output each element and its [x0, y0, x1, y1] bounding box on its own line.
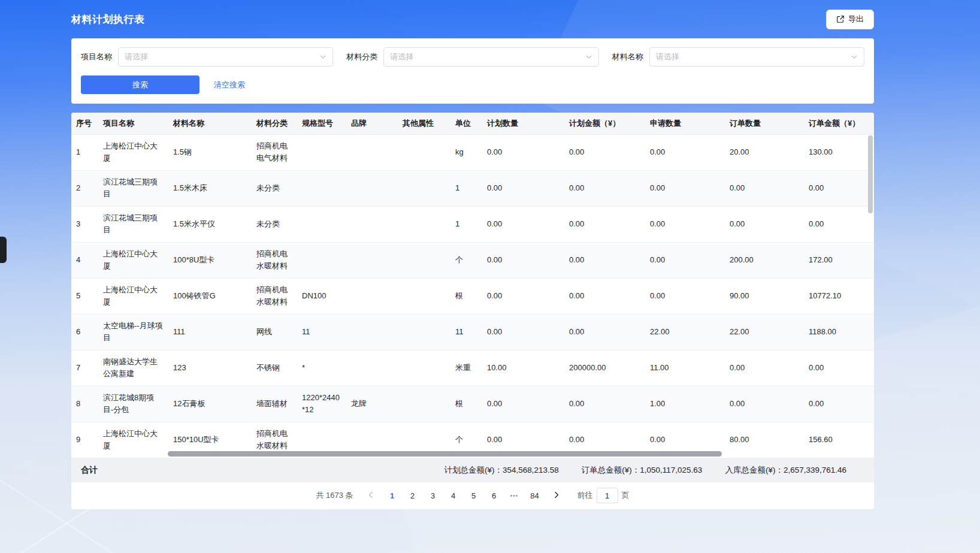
table-cell: 根 — [450, 278, 482, 314]
table-cell: 0.00 — [725, 170, 804, 206]
inbound-total-amount: 入库总金额(¥)：2,657,339,761.46 — [725, 465, 846, 476]
table-cell: 0.00 — [564, 314, 645, 350]
table-cell: kg — [450, 134, 482, 170]
table-cell: 0.00 — [804, 350, 874, 386]
table-cell: 个 — [450, 242, 482, 278]
table-cell: 11 — [297, 314, 346, 350]
table-cell: 0.00 — [804, 206, 874, 242]
table-cell: 0.00 — [804, 386, 874, 422]
table-cell: 南钢盛达大学生公寓新建 — [98, 350, 168, 386]
table-cell: 上海松江中心大厦 — [98, 242, 168, 278]
vertical-scrollbar — [868, 135, 873, 447]
table-cell: 200000.00 — [564, 350, 645, 386]
summary-bar: 合计 计划总金额(¥)：354,568,213.58 订单总金额(¥)：1,05… — [71, 458, 874, 482]
col-project-name: 项目名称 — [98, 113, 168, 134]
table-cell: 太空电梯--月球项目 — [98, 314, 168, 350]
material-name-select[interactable]: 请选择 — [649, 47, 864, 67]
table-cell: 130.00 — [804, 134, 874, 170]
sidebar-toggle[interactable] — [0, 237, 7, 263]
table-row: 1上海松江中心大厦1.5钢招商机电电气材料kg0.000.000.0020.00… — [71, 134, 874, 170]
table-cell: 200.00 — [725, 242, 804, 278]
table-cell — [346, 134, 398, 170]
table-row: 7南钢盛达大学生公寓新建123不锈钢*米重10.00200000.0011.00… — [71, 350, 874, 386]
col-material-name: 材料名称 — [168, 113, 252, 134]
search-button[interactable]: 搜索 — [81, 75, 199, 94]
table-cell — [398, 170, 450, 206]
table-cell: 0.00 — [482, 134, 564, 170]
table-cell: 1188.00 — [804, 314, 874, 350]
table-cell: 0.00 — [482, 242, 564, 278]
table-cell: 100*8U型卡 — [168, 242, 252, 278]
table-cell: 上海松江中心大厦 — [98, 134, 168, 170]
table-cell: 10.00 — [482, 350, 564, 386]
table-row: 2滨江花城三期项目1.5米木床未分类10.000.000.000.000.00 — [71, 170, 874, 206]
prev-page-button[interactable] — [363, 491, 379, 501]
table-cell: 滨江花城三期项目 — [98, 206, 168, 242]
table-cell — [297, 170, 346, 206]
table-cell — [346, 242, 398, 278]
table-cell: 招商机电电气材料 — [252, 134, 297, 170]
horizontal-scrollbar-thumb[interactable] — [168, 451, 722, 457]
col-applied-qty: 申请数量 — [645, 113, 725, 134]
material-category-select[interactable]: 请选择 — [383, 47, 598, 67]
col-unit: 单位 — [450, 113, 482, 134]
table-cell: 0.00 — [564, 242, 645, 278]
table-cell — [346, 206, 398, 242]
table-row: 5上海松江中心大厦100铸铁管G招商机电水暖材料DN100根0.000.000.… — [71, 278, 874, 314]
table-cell: 1 — [450, 206, 482, 242]
pager-ellipsis[interactable]: ••• — [506, 487, 523, 504]
table-cell: 0.00 — [645, 134, 725, 170]
vertical-scrollbar-thumb[interactable] — [868, 135, 873, 213]
table-cell: * — [297, 350, 346, 386]
table-cell: 111 — [168, 314, 252, 350]
table-cell — [398, 314, 450, 350]
table-cell: 0.00 — [804, 170, 874, 206]
page-title: 材料计划执行表 — [71, 13, 145, 26]
table-cell: 0.00 — [564, 278, 645, 314]
table-cell — [398, 278, 450, 314]
goto-page-input[interactable] — [597, 488, 618, 503]
table-cell — [398, 134, 450, 170]
material-category-label: 材料分类 — [346, 52, 377, 62]
export-icon — [836, 15, 845, 23]
table-cell: 0.00 — [482, 206, 564, 242]
table-cell — [398, 242, 450, 278]
pager-page-2[interactable]: 2 — [404, 487, 421, 504]
table-cell: 0.00 — [482, 278, 564, 314]
table-cell: 1.5米木床 — [168, 170, 252, 206]
pagination-total: 共 1673 条 — [316, 490, 353, 501]
next-page-button[interactable] — [549, 491, 564, 501]
table-cell: 1.5米水平仪 — [168, 206, 252, 242]
table-cell: 根 — [450, 386, 482, 422]
table-cell — [398, 206, 450, 242]
table-cell: 4 — [71, 242, 98, 278]
table-cell: 0.00 — [725, 350, 804, 386]
goto-suffix: 页 — [622, 490, 630, 501]
pager-page-3[interactable]: 3 — [425, 487, 441, 504]
pager-page-4[interactable]: 4 — [445, 487, 462, 504]
topbar: 材料计划执行表 导出 — [71, 0, 874, 38]
clear-search-link[interactable]: 清空搜索 — [214, 80, 245, 90]
filter-group-project: 项目名称 请选择 — [81, 47, 333, 67]
project-name-select[interactable]: 请选择 — [118, 47, 333, 67]
pager-page-5[interactable]: 5 — [465, 487, 482, 504]
table-cell: 22.00 — [725, 314, 804, 350]
table-cell: 米重 — [450, 350, 482, 386]
table-cell — [346, 278, 398, 314]
pager-page-1[interactable]: 1 — [384, 487, 401, 504]
chevron-down-icon — [851, 53, 858, 61]
table-cell: 招商机电水暖材料 — [252, 278, 297, 314]
pager-page-84[interactable]: 84 — [527, 487, 543, 504]
col-order-qty: 订单数量 — [725, 113, 804, 134]
col-order-amount: 订单金额（¥） — [804, 113, 874, 134]
pager-page-6[interactable]: 6 — [486, 487, 503, 504]
table-cell: 7 — [71, 350, 98, 386]
table-cell: 100铸铁管G — [168, 278, 252, 314]
table-row: 3滨江花城三期项目1.5米水平仪未分类10.000.000.000.000.00 — [71, 206, 874, 242]
summary-total-label: 合计 — [81, 465, 98, 476]
export-button[interactable]: 导出 — [826, 10, 874, 29]
table-cell — [297, 134, 346, 170]
table-cell: 3 — [71, 206, 98, 242]
table-cell: 滨江花城三期项目 — [98, 170, 168, 206]
table-cell: 2 — [71, 170, 98, 206]
